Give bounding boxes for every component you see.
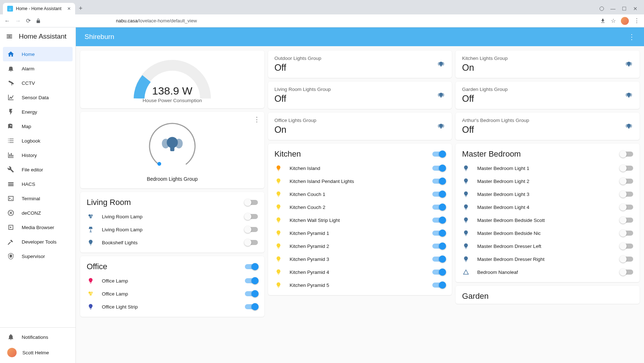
entity-toggle[interactable]: [620, 166, 633, 171]
entity-toggle[interactable]: [245, 304, 258, 309]
entity-toggle[interactable]: [432, 179, 445, 184]
bulb-icon[interactable]: [275, 165, 282, 171]
entity-toggle[interactable]: [432, 244, 445, 249]
sidebar-user[interactable]: Scott Helme: [3, 344, 73, 361]
bulb-icon[interactable]: [275, 217, 282, 223]
light-card[interactable]: ⋮: [80, 112, 264, 188]
bulb-icon[interactable]: [275, 230, 282, 236]
light-group-icon[interactable]: [624, 60, 633, 69]
sidebar-item-map[interactable]: Map: [3, 119, 73, 134]
group-card[interactable]: Kitchen Lights GroupOn: [455, 51, 640, 78]
entity-toggle[interactable]: [620, 231, 633, 236]
entity-toggle[interactable]: [245, 278, 258, 283]
header-toggle[interactable]: [245, 264, 258, 269]
entity-toggle[interactable]: [432, 166, 445, 171]
bookmark-icon[interactable]: ☆: [611, 17, 616, 24]
bulb-icon[interactable]: [462, 230, 470, 236]
group-card[interactable]: Living Room Lights GroupOff: [268, 82, 452, 109]
sidebar-item-media-browser[interactable]: Media Browser: [3, 220, 73, 235]
group-card[interactable]: Arthur's Bedroom Lights GroupOff: [455, 113, 640, 140]
entity-toggle[interactable]: [245, 291, 258, 296]
bulb-icon[interactable]: [462, 217, 470, 223]
bulb-icon[interactable]: [462, 191, 470, 197]
tab-close-icon[interactable]: ✕: [67, 6, 71, 11]
sidebar-item-hacs[interactable]: HACS: [3, 177, 73, 191]
entity-toggle[interactable]: [432, 283, 445, 288]
entity-toggle[interactable]: [245, 240, 258, 245]
sidebar-item-alarm[interactable]: Alarm: [3, 61, 73, 76]
group-card[interactable]: Garden Lights GroupOff: [455, 82, 640, 109]
bulb-icon[interactable]: [87, 239, 95, 246]
sidebar-item-file-editor[interactable]: File editor: [3, 162, 73, 177]
account-icon[interactable]: [600, 6, 604, 11]
profile-avatar-icon[interactable]: [621, 17, 629, 25]
sidebar-item-cctv[interactable]: CCTV: [3, 76, 73, 90]
close-window-icon[interactable]: ✕: [633, 6, 637, 12]
header-toggle[interactable]: [432, 152, 445, 157]
entity-toggle[interactable]: [620, 179, 633, 184]
sidebar-item-sensor-data[interactable]: Sensor Data: [3, 90, 73, 105]
hue-group-icon[interactable]: [87, 290, 95, 297]
light-group-icon[interactable]: [437, 60, 445, 69]
light-group-icon[interactable]: [437, 122, 445, 131]
light-group-icon[interactable]: [437, 91, 445, 100]
sidebar-item-home[interactable]: Home: [3, 47, 73, 61]
bulb-icon[interactable]: [275, 178, 282, 184]
light-group-icon[interactable]: [624, 91, 633, 100]
header-toggle[interactable]: [620, 152, 633, 157]
bulb-icon[interactable]: [87, 303, 95, 310]
entity-toggle[interactable]: [432, 205, 445, 210]
hue-group-icon[interactable]: [87, 213, 95, 220]
bulb-icon[interactable]: [87, 277, 95, 284]
entity-toggle[interactable]: [620, 218, 633, 223]
bulb-icon[interactable]: [275, 256, 282, 262]
entity-toggle[interactable]: [620, 192, 633, 197]
entity-toggle[interactable]: [245, 214, 258, 219]
light-group-icon[interactable]: [624, 122, 633, 131]
entity-toggle[interactable]: [245, 227, 258, 232]
bulb-icon[interactable]: [275, 243, 282, 249]
browser-tab[interactable]: ⌂ Home - Home Assistant ✕: [3, 3, 75, 14]
sidebar-item-deconz[interactable]: deCONZ: [3, 206, 73, 220]
entity-toggle[interactable]: [620, 205, 633, 210]
group-card[interactable]: Office Lights GroupOn: [268, 113, 452, 140]
browser-menu-icon[interactable]: ⋮: [634, 17, 640, 24]
group-card[interactable]: Outdoor Lights GroupOff: [268, 51, 452, 78]
sidebar-item-supervisor[interactable]: Supervisor: [3, 249, 73, 263]
bulb-icon[interactable]: [462, 256, 470, 262]
entity-toggle[interactable]: [432, 231, 445, 236]
url-input[interactable]: nabu.casa/lovelace-home/default_view: [36, 18, 595, 23]
bulb-icon[interactable]: [462, 243, 470, 249]
reload-icon[interactable]: ⟳: [26, 17, 31, 24]
bulb-icon[interactable]: [275, 282, 282, 288]
card-more-icon[interactable]: ⋮: [254, 115, 260, 123]
entity-toggle[interactable]: [620, 244, 633, 249]
sidebar-item-terminal[interactable]: Terminal: [3, 191, 73, 206]
bulb-icon[interactable]: [275, 269, 282, 275]
install-icon[interactable]: [600, 18, 606, 24]
back-icon[interactable]: ←: [4, 18, 10, 24]
entity-toggle[interactable]: [432, 257, 445, 262]
gauge-card[interactable]: 138.9 W House Power Consumption: [80, 51, 264, 108]
sidebar-item-logbook[interactable]: Logbook: [3, 134, 73, 148]
sidebar-item-history[interactable]: History: [3, 148, 73, 162]
minimize-icon[interactable]: —: [610, 6, 615, 12]
topbar-menu-icon[interactable]: ⋮: [628, 32, 635, 41]
light-brightness-arc[interactable]: [145, 118, 199, 172]
entity-toggle[interactable]: [432, 192, 445, 197]
menu-toggle-icon[interactable]: [6, 33, 13, 40]
maximize-icon[interactable]: ☐: [622, 6, 627, 12]
sidebar-item-developer-tools[interactable]: Developer Tools: [3, 235, 73, 249]
bulb-icon[interactable]: [462, 204, 470, 210]
bulb-icon[interactable]: [275, 204, 282, 210]
triangle-icon[interactable]: [462, 269, 470, 275]
header-toggle[interactable]: [245, 200, 258, 205]
sidebar-item-energy[interactable]: Energy: [3, 105, 73, 119]
bulb-icon[interactable]: [462, 178, 470, 184]
lamp-icon[interactable]: [87, 226, 95, 233]
entity-toggle[interactable]: [620, 270, 633, 275]
entity-toggle[interactable]: [432, 218, 445, 223]
sidebar-item-notifications[interactable]: Notifications: [3, 330, 73, 344]
forward-icon[interactable]: →: [15, 18, 21, 24]
entity-toggle[interactable]: [432, 270, 445, 275]
